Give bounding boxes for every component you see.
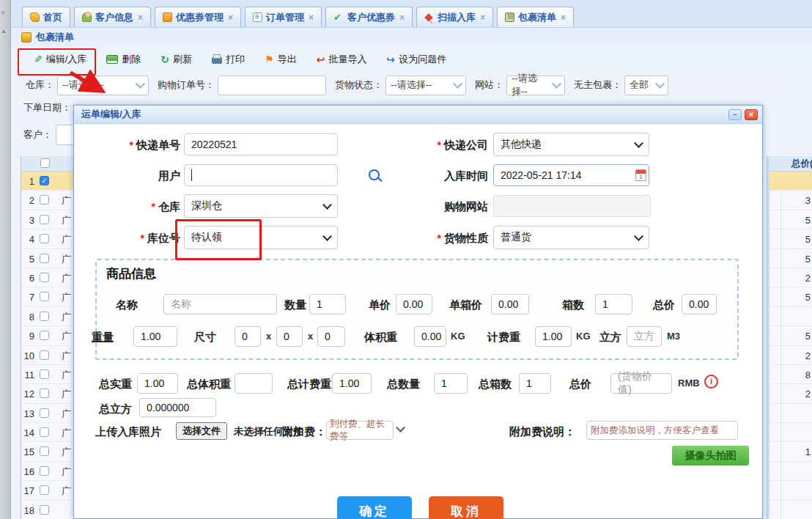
minimize-button[interactable]: −	[728, 109, 742, 120]
order-no-input[interactable]	[218, 76, 326, 95]
cancel-button[interactable]: 取消	[429, 496, 503, 519]
site-filter-select[interactable]: --请选择--	[506, 76, 565, 95]
table-row-price-17[interactable]	[769, 481, 812, 500]
vol-weight-input[interactable]: 0.00	[414, 326, 446, 347]
item-total-price-input[interactable]: 0.00	[682, 294, 717, 314]
tab-1[interactable]: 首页	[22, 7, 70, 27]
table-row-price-18[interactable]	[769, 501, 812, 519]
total-cubic-input[interactable]: 0.000000	[139, 398, 216, 417]
tab-6[interactable]: 扫描入库×	[416, 7, 493, 27]
table-row-price-4[interactable]: 5	[769, 229, 812, 249]
surcharge-select[interactable]: 到付费、超长费等	[326, 421, 394, 440]
tracking-no-input[interactable]: 20220521	[184, 133, 338, 155]
table-row-price-12[interactable]: 2	[769, 384, 812, 403]
calendar-icon[interactable]	[635, 169, 646, 181]
product-name-input[interactable]: 名称	[163, 294, 277, 314]
tab-3[interactable]: 优惠券管理×	[155, 7, 241, 27]
inbound-time-input[interactable]: 2022-05-21 17:14	[493, 164, 649, 186]
row-checkbox[interactable]	[40, 446, 49, 456]
row-checkbox[interactable]	[40, 331, 49, 340]
row-checkbox[interactable]	[40, 485, 49, 495]
table-row-price-15[interactable]: 1	[769, 442, 812, 461]
row-checkbox[interactable]	[40, 195, 49, 205]
row-checkbox[interactable]	[40, 273, 49, 282]
charge-weight-input[interactable]: 1.00	[535, 326, 572, 347]
courier-select[interactable]: 其他快递	[493, 133, 649, 156]
table-row-17[interactable]: 17广	[21, 481, 74, 500]
choose-file-button[interactable]: 选择文件	[176, 422, 227, 440]
toolbar-item-1[interactable]: ✎编辑/入库	[34, 53, 86, 66]
table-row-price-13[interactable]	[769, 404, 812, 423]
cubic-input[interactable]: 立方	[627, 326, 662, 347]
cargo-type-select[interactable]: 普通货	[493, 226, 649, 249]
table-row-10[interactable]: 10广	[21, 346, 74, 365]
box-price-input[interactable]: 0.00	[491, 294, 529, 314]
qty-input[interactable]: 1	[309, 294, 346, 314]
table-row-5[interactable]: 5广	[21, 249, 74, 268]
tab-7[interactable]: 包裹清单×	[497, 7, 574, 27]
row-checkbox[interactable]	[40, 369, 49, 379]
total-qty-input[interactable]: 1	[434, 373, 468, 394]
table-row-16[interactable]: 16广	[21, 462, 74, 481]
row-checkbox[interactable]	[40, 312, 49, 321]
table-row-3[interactable]: 3广	[21, 210, 74, 229]
row-checkbox[interactable]	[40, 350, 49, 360]
unclaimed-filter-select[interactable]: 全部	[624, 76, 668, 95]
tab-close-icon[interactable]: ×	[138, 12, 143, 23]
table-row-price-1[interactable]	[769, 172, 812, 191]
total-vol-weight-input[interactable]	[235, 373, 273, 394]
surcharge-note-input[interactable]: 附加费添加说明，方便客户查看	[586, 421, 738, 440]
row-checkbox[interactable]	[40, 234, 49, 243]
table-row-8[interactable]: 8广	[21, 307, 74, 326]
total-actual-weight-input[interactable]: 1.00	[137, 373, 178, 394]
table-row-13[interactable]: 13广	[21, 404, 74, 423]
camera-capture-button[interactable]: 摄像头拍图	[672, 446, 749, 465]
table-row-price-11[interactable]: 8	[769, 365, 812, 384]
table-row-price-9[interactable]: 5	[769, 326, 812, 345]
table-row-price-8[interactable]	[769, 307, 812, 326]
scroll-up-icon[interactable]: ▲	[1, 28, 7, 34]
tab-close-icon[interactable]: ×	[228, 12, 233, 23]
size-length-input[interactable]: 0	[235, 326, 261, 347]
tab-close-icon[interactable]: ×	[561, 12, 566, 23]
tab-4[interactable]: 订单管理×	[245, 7, 322, 27]
table-row-7[interactable]: 7广	[21, 287, 74, 306]
toolbar-item-7[interactable]: ↩设为问题件	[386, 53, 446, 66]
total-charge-weight-input[interactable]: 1.00	[332, 373, 372, 394]
table-row-price-6[interactable]: 2	[769, 268, 812, 287]
table-row-1[interactable]: 1✓	[21, 172, 74, 191]
table-row-price-10[interactable]: 2	[769, 346, 812, 365]
dialog-titlebar[interactable]: 运单编辑/入库 − ×	[74, 106, 762, 124]
table-row-12[interactable]: 12广	[21, 384, 74, 403]
table-row-4[interactable]: 4广	[21, 229, 74, 249]
row-checkbox[interactable]	[40, 408, 49, 418]
table-row-14[interactable]: 14广	[21, 423, 74, 442]
table-row-9[interactable]: 9广	[21, 326, 74, 345]
tab-2[interactable]: 客户信息×	[74, 7, 151, 27]
toolbar-item-3[interactable]: ↻刷新	[160, 53, 192, 66]
bin-no-select[interactable]: 待认领	[184, 226, 338, 249]
table-row-price-3[interactable]: 5	[769, 210, 812, 229]
row-checkbox[interactable]	[40, 254, 49, 263]
tab-5[interactable]: ✔客户优惠券×	[325, 7, 413, 27]
size-height-input[interactable]: 0	[317, 326, 345, 347]
row-checkbox[interactable]	[40, 292, 49, 301]
table-row-price-2[interactable]: 3	[769, 191, 812, 210]
box-count-input[interactable]: 1	[595, 294, 632, 314]
tab-close-icon[interactable]: ×	[480, 12, 485, 23]
toolbar-item-4[interactable]: 打印	[212, 53, 245, 66]
total-price-input[interactable]: (货物价值)	[610, 373, 672, 394]
row-checkbox[interactable]	[40, 215, 49, 224]
row-checkbox[interactable]	[40, 466, 49, 476]
table-row-6[interactable]: 6广	[21, 268, 74, 287]
unit-price-input[interactable]: 0.00	[396, 294, 432, 314]
table-row-price-7[interactable]: 5	[769, 287, 812, 306]
table-row-15[interactable]: 15广	[21, 442, 74, 461]
total-box-input[interactable]: 1	[519, 373, 551, 394]
toolbar-item-6[interactable]: ↩批量导入	[317, 53, 367, 66]
size-width-input[interactable]: 0	[276, 326, 303, 347]
user-input[interactable]	[184, 164, 338, 186]
warehouse-filter-select[interactable]: --请选择--	[57, 76, 149, 95]
chevron-down-icon[interactable]	[396, 423, 405, 432]
toolbar-item-2[interactable]: 删除	[106, 53, 141, 66]
